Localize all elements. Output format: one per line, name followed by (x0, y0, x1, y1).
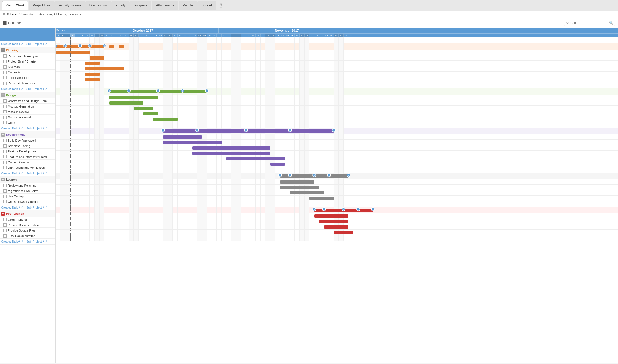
task-content-creation[interactable]: Content Creation (0, 160, 55, 165)
create-task-design[interactable]: Create: Task (1, 127, 18, 130)
task-checkbox[interactable] (3, 161, 7, 164)
launch-collapse[interactable]: ▼ (1, 178, 5, 181)
create-sub-launch[interactable]: Sub-Project (26, 206, 42, 209)
task-template-coding[interactable]: Template Coding (0, 143, 55, 149)
section-postlaunch-header[interactable]: ▼ Post-Launch (0, 210, 55, 217)
create-task-postlaunch[interactable]: Create: Task (1, 240, 18, 243)
task-review-polishing[interactable]: Review and Polishing (0, 183, 55, 188)
task-checkbox[interactable] (3, 71, 7, 74)
task-checkbox[interactable] (3, 200, 7, 203)
planning-collapse[interactable]: ▼ (1, 48, 5, 52)
tab-activity-stream[interactable]: Activity Stream (55, 1, 85, 10)
task-final-docs[interactable]: Final Documentation (0, 233, 55, 239)
task-checkbox[interactable] (3, 150, 7, 153)
task-required-resources[interactable]: Required Resources (0, 80, 55, 86)
task-checkbox[interactable] (3, 60, 7, 63)
create-task-plus-p[interactable]: + (18, 87, 21, 91)
task-client-handoff[interactable]: Client Hand-off (0, 217, 55, 222)
task-checkbox[interactable] (3, 218, 7, 221)
search-input[interactable] (566, 21, 609, 25)
collapse-button[interactable]: Collapse (3, 21, 21, 25)
task-site-map[interactable]: Site Map (0, 64, 55, 70)
create-task-launch[interactable]: Create: Task (1, 206, 18, 209)
task-checkbox[interactable] (3, 234, 7, 238)
create-sub-up-p[interactable]: ↗ (45, 87, 47, 90)
gantt-info-dot[interactable]: i (205, 89, 209, 93)
tab-priority[interactable]: Priority (111, 1, 130, 10)
task-checkbox[interactable] (3, 223, 7, 227)
help-icon[interactable]: ? (219, 3, 223, 8)
create-sub-postlaunch[interactable]: Sub-Project (26, 240, 42, 243)
tab-gantt-chart[interactable]: Gantt Chart (2, 1, 28, 10)
task-coding[interactable]: Coding (0, 120, 55, 125)
task-checkbox[interactable] (3, 65, 7, 69)
gantt-info-dot[interactable]: i (107, 89, 111, 93)
task-folder-structure[interactable]: Folder Structure (0, 75, 55, 80)
task-mockup-review[interactable]: Mockup Review (0, 109, 55, 115)
task-wireframes[interactable]: Wireframes and Design Elem (0, 98, 55, 104)
task-checkbox[interactable] (3, 155, 7, 158)
task-checkbox[interactable] (3, 166, 7, 169)
create-task-plus-d[interactable]: + (18, 126, 21, 130)
task-contracts[interactable]: Contracts (0, 70, 55, 75)
task-requirements-analysis[interactable]: Requirements Analysis (0, 53, 55, 59)
gantt-info-dot[interactable]: i (103, 44, 106, 48)
task-crossbrowser[interactable]: Cross-browser Checks (0, 199, 55, 204)
create-subproject-link[interactable]: Sub-Project (26, 42, 42, 46)
gantt-info-dot[interactable]: i (181, 89, 184, 93)
gantt-info-dot[interactable]: i (278, 173, 282, 177)
gantt-info-dot[interactable]: i (327, 173, 331, 177)
task-provide-docs[interactable]: Provide Documentation (0, 222, 55, 228)
gantt-info-dot[interactable]: i (312, 173, 316, 177)
create-sub-design[interactable]: Sub-Project (26, 127, 42, 130)
tab-project-tree[interactable]: Project Tree (29, 1, 55, 10)
task-mockup-generation[interactable]: Mockup Generation (0, 104, 55, 109)
gantt-info-dot[interactable]: i (371, 207, 375, 211)
task-build-dev-framework[interactable]: Build Dev Framework (0, 138, 55, 143)
tab-attachments[interactable]: Attachments (152, 1, 178, 10)
gantt-info-dot[interactable]: i (127, 89, 131, 93)
gantt-info-dot[interactable]: i (322, 207, 326, 211)
section-planning-header[interactable]: ▼ Planning (0, 47, 55, 53)
task-provide-source[interactable]: Provide Source Files (0, 228, 55, 233)
task-checkbox[interactable] (3, 121, 7, 124)
task-checkbox[interactable] (3, 184, 7, 187)
gantt-info-dot[interactable]: i (332, 128, 336, 132)
task-checkbox[interactable] (3, 99, 7, 103)
create-task-planning[interactable]: Create: Task (1, 87, 18, 90)
create-sub-dev[interactable]: Sub-Project (26, 172, 42, 175)
section-launch-header[interactable]: ▼ Launch (0, 176, 55, 183)
gantt-info-dot[interactable]: i (312, 207, 316, 211)
task-project-brief[interactable]: Project Brief / Charter (0, 59, 55, 64)
postlaunch-collapse[interactable]: ▼ (1, 212, 5, 216)
task-checkbox[interactable] (3, 144, 7, 148)
development-collapse[interactable]: ▼ (1, 133, 5, 136)
task-checkbox[interactable] (3, 76, 7, 79)
gantt-info-dot[interactable]: i (288, 128, 292, 132)
create-sub-planning[interactable]: Sub-Project (26, 87, 42, 90)
task-feature-interactivity[interactable]: Feature and Interactivity Testi (0, 154, 55, 160)
collapse-checkbox[interactable] (3, 21, 7, 25)
gantt-info-dot[interactable]: i (195, 128, 199, 132)
create-subproject-icon[interactable]: + (43, 42, 45, 46)
create-task-link[interactable]: Create: Task (1, 42, 18, 46)
gantt-info-dot[interactable]: i (244, 128, 248, 132)
tab-progress[interactable]: Progress (130, 1, 151, 10)
create-task-dev[interactable]: Create: Task (1, 172, 18, 175)
tab-budget[interactable]: Budget (197, 1, 216, 10)
task-live-testing[interactable]: Live Testing (0, 194, 55, 199)
create-subproject-up[interactable]: ↗ (45, 42, 47, 46)
section-development-header[interactable]: ▼ Development (0, 131, 55, 138)
gantt-info-dot[interactable]: i (156, 89, 160, 93)
design-collapse[interactable]: ▼ (1, 93, 5, 97)
task-migration[interactable]: Migration to Live Server (0, 188, 55, 194)
gantt-info-dot[interactable]: i (347, 173, 350, 177)
gantt-info-dot[interactable]: i (63, 44, 67, 48)
task-checkbox[interactable] (3, 195, 7, 198)
gantt-info-dot[interactable]: i (342, 207, 345, 211)
task-checkbox[interactable] (3, 139, 7, 142)
task-checkbox[interactable] (3, 229, 7, 232)
task-checkbox[interactable] (3, 189, 7, 193)
create-sub-plus-d[interactable]: + (43, 126, 45, 130)
gantt-info-dot[interactable]: i (88, 44, 92, 48)
